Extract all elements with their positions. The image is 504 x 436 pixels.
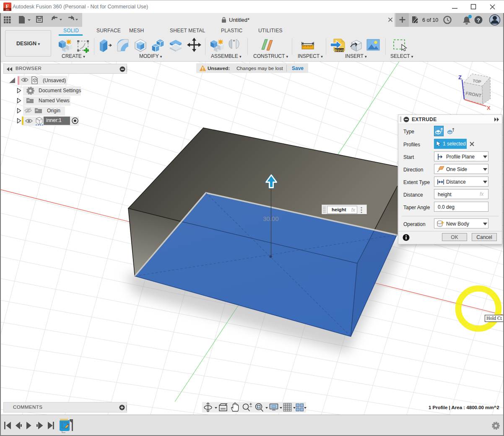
svg-text:30.00: 30.00 [263, 215, 279, 222]
svg-text:⚙SVG: ⚙SVG [334, 49, 344, 52]
svg-text:?: ? [477, 17, 480, 23]
svg-text:360: 360 [5, 8, 9, 11]
svg-text:Z: Z [458, 74, 462, 80]
svg-text:X: X [487, 105, 491, 111]
